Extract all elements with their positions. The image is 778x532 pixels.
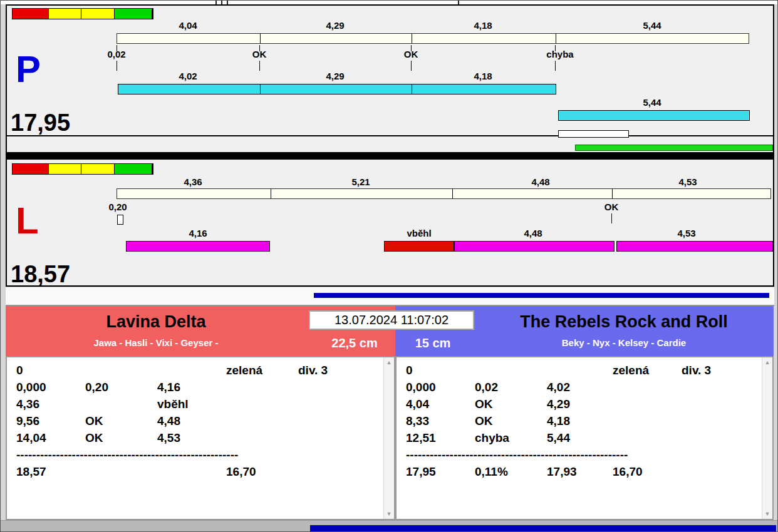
status-label: chyba xyxy=(535,49,585,59)
split-tick xyxy=(611,213,612,223)
scroll-down-icon[interactable]: ▼ xyxy=(762,511,772,517)
result-cell: div. 3 xyxy=(298,364,328,377)
lane-letter-l: L xyxy=(16,202,39,240)
result-lights-l xyxy=(12,163,153,175)
run-bar-p xyxy=(118,84,556,95)
result-row: 0 zelená div. 3 xyxy=(397,364,761,381)
plan-split-label: 5,21 xyxy=(336,177,386,187)
run-split-label: 4,48 xyxy=(508,228,558,238)
light-green-icon xyxy=(115,9,152,19)
lane-divider xyxy=(6,153,774,158)
run-bar-l-2 xyxy=(454,241,615,252)
lane-panel-p: P 17,95 4,04 4,29 4,18 5,44 0,02 OK OK c… xyxy=(6,4,774,153)
scrollbar-left[interactable]: ▲ ▼ xyxy=(383,357,394,519)
result-total-row: 17,95 0,11% 17,93 16,70 xyxy=(397,465,761,482)
result-cell: 14,04 xyxy=(16,431,46,445)
run-split-label: 4,18 xyxy=(458,71,508,81)
plan-bar-p xyxy=(117,33,749,44)
start-marker-box xyxy=(117,215,123,225)
split-tick xyxy=(411,61,412,71)
run-bar-l-fault xyxy=(384,241,454,252)
scrollbar-right[interactable]: ▲ ▼ xyxy=(762,357,772,519)
run-split-label: 4,29 xyxy=(310,71,360,81)
split-tick xyxy=(555,61,556,71)
result-cell: zelená xyxy=(226,364,262,377)
jump-height-right: 15 cm xyxy=(402,336,464,350)
bar-separator xyxy=(452,188,453,199)
result-cell: 18,57 xyxy=(16,465,46,479)
results-panel-right[interactable]: 0 zelená div. 3 0,000 0,02 4,02 4,04 OK … xyxy=(395,356,774,520)
scroll-down-icon[interactable]: ▼ xyxy=(384,511,394,517)
result-cell: OK xyxy=(85,431,103,445)
plan-split-label: 4,36 xyxy=(168,177,218,187)
plan-split-label: 5,44 xyxy=(627,21,677,31)
result-cell: 16,70 xyxy=(613,465,643,479)
light-red-icon xyxy=(13,9,49,19)
plan-split-label: 4,04 xyxy=(163,21,213,31)
plan-split-label: 4,18 xyxy=(458,21,508,31)
bar-separator xyxy=(412,84,412,95)
light-red-icon xyxy=(13,164,49,174)
result-lights-p xyxy=(12,8,153,19)
result-cell: vběhl xyxy=(157,397,189,411)
bottom-strip xyxy=(1,520,778,532)
light-yellow-icon xyxy=(81,9,115,19)
run-split-label: 5,44 xyxy=(627,98,677,108)
status-label: 0,20 xyxy=(93,202,143,212)
split-tick xyxy=(117,61,117,71)
result-total-row: 18,57 16,70 xyxy=(7,465,383,482)
result-cell: 9,56 xyxy=(16,414,39,428)
result-cell: 4,18 xyxy=(547,414,570,428)
result-row: 4,36 vběhl xyxy=(7,397,383,414)
plan-split-label: 4,53 xyxy=(663,177,713,187)
bar-separator xyxy=(260,33,261,44)
jump-height-left: 22,5 cm xyxy=(314,336,395,350)
run-split-label: 4,02 xyxy=(163,71,213,81)
plan-split-label: 4,29 xyxy=(310,21,360,31)
result-separator-row: ----------------------------------------… xyxy=(397,448,761,465)
result-cell: 5,44 xyxy=(547,431,570,445)
run-bar-l-3 xyxy=(616,241,773,252)
split-tick xyxy=(259,61,260,71)
result-row: 9,56 OK 4,48 xyxy=(7,414,383,431)
separator-dashes: ----------------------------------------… xyxy=(406,448,628,462)
separator-dashes: ----------------------------------------… xyxy=(16,448,238,462)
result-cell: 4,02 xyxy=(547,381,570,394)
result-cell: OK xyxy=(475,414,493,428)
run-split-label: vběhl xyxy=(394,228,444,238)
bar-separator xyxy=(412,33,412,44)
result-cell: 17,95 xyxy=(406,465,436,479)
result-cell: 0,11% xyxy=(475,465,508,479)
result-cell: div. 3 xyxy=(682,364,711,377)
team-name-left: Lavina Delta xyxy=(18,312,294,332)
status-label: OK xyxy=(586,202,636,212)
plan-split-label: 4,48 xyxy=(516,177,566,187)
result-cell: 4,36 xyxy=(16,397,39,411)
bar-separator xyxy=(260,84,261,95)
result-cell: 0,000 xyxy=(406,381,436,394)
scroll-up-icon[interactable]: ▲ xyxy=(762,359,772,366)
result-cell: 16,70 xyxy=(226,465,256,479)
result-row: 0 zelená div. 3 xyxy=(7,364,383,381)
progress-strip xyxy=(6,287,774,306)
results-content-right: 0 zelená div. 3 0,000 0,02 4,02 4,04 OK … xyxy=(397,364,761,482)
result-cell: zelená xyxy=(613,364,649,377)
bar-separator xyxy=(556,33,556,44)
result-cell: 0,000 xyxy=(16,381,46,394)
scroll-up-icon[interactable]: ▲ xyxy=(384,359,394,366)
result-row: 0,000 0,20 4,16 xyxy=(7,381,383,397)
team-name-right: The Rebels Rock and Roll xyxy=(477,312,771,332)
team-members-left: Jawa - Hasli - Vixi - Geyser - xyxy=(18,337,294,348)
result-row: 12,51 chyba 5,44 xyxy=(397,431,761,448)
result-cell: OK xyxy=(85,414,103,428)
marker-box xyxy=(558,130,629,138)
lane-letter-p: P xyxy=(16,51,41,88)
result-cell: 0 xyxy=(16,364,23,377)
result-row: 14,04 OK 4,53 xyxy=(7,431,383,448)
result-cell: chyba xyxy=(475,431,509,445)
bar-separator xyxy=(271,188,271,199)
light-green-icon xyxy=(115,164,152,174)
results-content-left: 0 zelená div. 3 0,000 0,20 4,16 4,36 vbě… xyxy=(7,364,383,482)
panel-separator-line xyxy=(7,135,773,136)
results-panel-left[interactable]: 0 zelená div. 3 0,000 0,20 4,16 4,36 vbě… xyxy=(6,356,395,520)
